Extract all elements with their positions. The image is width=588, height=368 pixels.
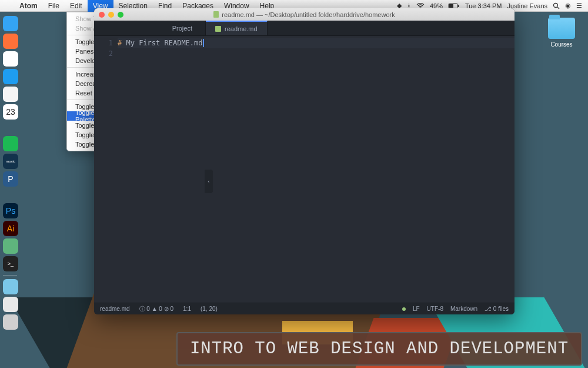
close-window-button[interactable] <box>99 12 105 18</box>
dock-calendar[interactable]: 23 <box>3 104 18 120</box>
status-git[interactable]: ⎇ 0 files <box>485 306 509 312</box>
status-grammar[interactable]: Markdown <box>450 306 477 312</box>
status-line-ending[interactable]: LF <box>413 306 420 312</box>
course-title-banner: INTRO TO WEB DESIGN AND DEVELOPMENT <box>176 332 582 366</box>
dock-terminal[interactable]: >_ <box>3 256 18 271</box>
dock-photoshop[interactable]: Ps <box>3 203 18 218</box>
menu-file[interactable]: File <box>43 0 65 12</box>
dock-amazon-music[interactable]: music <box>3 154 18 169</box>
svg-point-4 <box>554 3 558 7</box>
menu-edit[interactable]: Edit <box>65 0 88 12</box>
dock-pandora[interactable]: P <box>3 171 18 187</box>
status-ratio[interactable]: 1:1 <box>183 306 191 312</box>
macos-dock: 23musicPPsAi>_ <box>1 14 19 331</box>
tab-label: Project <box>172 25 196 32</box>
tree-view-toggle[interactable]: ‹ <box>205 170 213 193</box>
file-icon <box>213 11 219 18</box>
status-cursor[interactable]: (1, 20) <box>201 306 218 312</box>
line-number-gutter: 1 2 <box>94 36 118 303</box>
minimize-window-button[interactable] <box>108 12 114 18</box>
user-name[interactable]: Justine Evans <box>507 2 547 9</box>
file-icon <box>215 26 221 32</box>
dock-spotify[interactable] <box>3 136 18 151</box>
siri-icon[interactable]: ◉ <box>565 2 571 9</box>
spotlight-icon[interactable] <box>553 2 560 9</box>
atom-editor-window: readme.md — ~/Desktop/untitled folder/ha… <box>94 8 514 314</box>
status-bar: readme.md ⓘ 0 ▲ 0 ⊘ 0 1:1 (1, 20) LF UTF… <box>94 303 514 314</box>
battery-icon[interactable] <box>448 3 460 9</box>
dock-slack[interactable] <box>3 87 18 102</box>
dock-firefox[interactable] <box>3 34 18 49</box>
code-text: My First README.md <box>122 39 202 47</box>
line-number: 2 <box>94 48 113 59</box>
app-menu[interactable]: Atom <box>14 2 43 10</box>
tab-label: readme.md <box>225 25 258 32</box>
window-controls <box>99 12 123 18</box>
editor-tab-bar: Project readme.md <box>94 21 514 36</box>
line-number: 1 <box>94 38 113 48</box>
dock-apps-folder[interactable] <box>3 279 18 294</box>
dock-mouse[interactable] <box>3 297 18 312</box>
folder-icon <box>548 18 575 39</box>
svg-line-5 <box>557 7 559 9</box>
tab-readme[interactable]: readme.md <box>206 21 268 35</box>
svg-rect-2 <box>449 4 453 8</box>
desktop-folder-courses[interactable]: Courses <box>544 18 579 48</box>
git-status-icon <box>402 307 406 311</box>
window-titlebar[interactable]: readme.md — ~/Desktop/untitled folder/ha… <box>94 8 514 21</box>
status-encoding[interactable]: UTF-8 <box>427 306 443 312</box>
dock-finder[interactable] <box>3 16 18 31</box>
text-editor[interactable]: # My First README.md <box>118 36 514 303</box>
notification-center-icon[interactable]: ☰ <box>576 2 582 9</box>
dock-trash[interactable] <box>3 314 18 330</box>
window-title: readme.md — ~/Desktop/untitled folder/ha… <box>222 11 395 18</box>
dock-atom[interactable] <box>3 238 18 254</box>
svg-rect-3 <box>457 5 459 7</box>
editor-area[interactable]: 1 2 # My First README.md ‹ <box>94 36 514 303</box>
desktop-icon-label: Courses <box>544 41 579 48</box>
text-cursor <box>203 39 204 47</box>
status-file[interactable]: readme.md <box>100 306 130 312</box>
wifi-icon[interactable] <box>416 3 425 9</box>
zoom-window-button[interactable] <box>118 12 123 18</box>
dock-safari[interactable] <box>3 69 18 84</box>
dock-chrome[interactable] <box>3 51 18 67</box>
dock-illustrator[interactable]: Ai <box>3 221 18 236</box>
status-diagnostics[interactable]: ⓘ 0 ▲ 0 ⊘ 0 <box>139 305 173 313</box>
tab-project[interactable]: Project <box>94 21 206 35</box>
